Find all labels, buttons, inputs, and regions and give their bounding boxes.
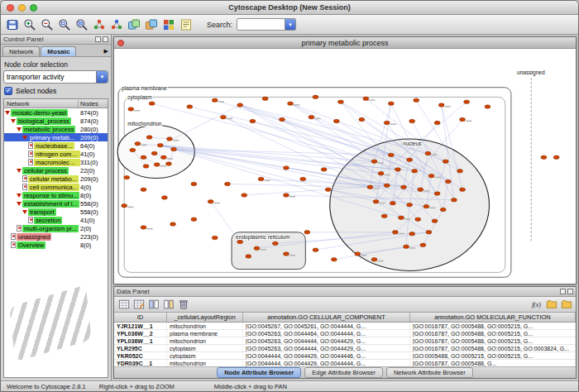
expand-arrow-icon[interactable] <box>17 194 22 198</box>
graph-node[interactable] <box>409 232 415 235</box>
graph-node[interactable] <box>187 105 193 108</box>
graph-node[interactable] <box>151 151 157 155</box>
graph-node[interactable] <box>167 137 173 141</box>
graph-node[interactable] <box>553 155 559 159</box>
graph-node[interactable] <box>378 172 384 175</box>
graph-node[interactable] <box>284 252 290 256</box>
expand-arrow-icon[interactable] <box>17 202 22 206</box>
graph-node[interactable] <box>284 166 290 170</box>
graph-node[interactable] <box>208 200 213 203</box>
close-button[interactable] <box>7 4 14 12</box>
graph-node[interactable] <box>355 252 361 256</box>
zoom-out-icon[interactable] <box>39 17 55 32</box>
graph-node[interactable] <box>367 185 373 189</box>
zoom-fit-icon[interactable] <box>74 17 89 32</box>
graph-node[interactable] <box>160 155 166 159</box>
graph-node[interactable] <box>331 258 337 261</box>
graph-node[interactable] <box>321 168 327 171</box>
graph-node[interactable] <box>337 100 343 103</box>
expand-arrow-icon[interactable] <box>22 136 27 140</box>
table-row[interactable]: YJR121W__1mitochondrion[GO:0045267, GO:0… <box>114 323 576 330</box>
show-all-icon[interactable] <box>91 17 107 32</box>
tree-row[interactable]: transport558(0) <box>4 208 108 216</box>
vizmapper-icon[interactable] <box>160 17 176 32</box>
float-panel-icon[interactable] <box>560 289 566 294</box>
graph-node[interactable] <box>128 108 134 111</box>
tab-network-attribute-browser[interactable]: Network Attribute Browser <box>386 367 473 378</box>
import-network-icon[interactable] <box>143 17 159 32</box>
graph-node[interactable] <box>284 194 290 197</box>
graph-node[interactable] <box>141 226 146 229</box>
graph-node[interactable] <box>122 203 127 207</box>
graph-node[interactable] <box>371 160 377 163</box>
select-attributes-icon[interactable] <box>117 299 130 311</box>
tree-row[interactable]: mosaic-demo-yeast874(0) <box>4 108 108 117</box>
graph-node[interactable] <box>258 177 264 180</box>
expand-arrow-icon[interactable] <box>17 127 22 131</box>
node-color-select[interactable]: transporter activity ▼ <box>3 70 108 84</box>
tree-row[interactable]: multi-organism pr...2(0) <box>4 224 108 232</box>
graph-node[interactable] <box>304 231 310 234</box>
graph-node[interactable] <box>434 121 440 124</box>
graph-node[interactable] <box>434 192 440 195</box>
graph-node[interactable] <box>445 179 451 183</box>
tree-row[interactable]: secretion41(0) <box>4 216 108 224</box>
graph-node[interactable] <box>381 214 387 218</box>
graph-node[interactable] <box>407 203 413 206</box>
graph-node[interactable] <box>246 255 251 258</box>
close-panel-icon[interactable] <box>103 36 108 42</box>
tree-row[interactable]: nitrogen compo...41(0) <box>4 150 108 158</box>
graph-node[interactable] <box>412 170 418 173</box>
tab-network[interactable]: Network <box>2 46 40 56</box>
new-attribute-icon[interactable] <box>147 299 160 311</box>
delete-attribute-icon[interactable] <box>177 299 189 311</box>
export-attributes-icon[interactable] <box>560 299 572 311</box>
graph-edge[interactable] <box>215 100 409 160</box>
tab-node-attribute-browser[interactable]: Node Attribute Browser <box>217 367 301 378</box>
graph-node[interactable] <box>225 182 231 185</box>
graph-node[interactable] <box>212 98 218 102</box>
graph-node[interactable] <box>279 117 285 121</box>
graph-node[interactable] <box>457 170 463 173</box>
graph-node[interactable] <box>212 236 218 239</box>
graph-node[interactable] <box>288 102 294 105</box>
tab-edge-attribute-browser[interactable]: Edge Attribute Browser <box>304 367 383 378</box>
graph-node[interactable] <box>420 243 426 246</box>
function-builder-icon[interactable]: f(x) <box>530 299 543 311</box>
graph-node[interactable] <box>464 100 470 103</box>
zoom-in-icon[interactable] <box>22 17 37 32</box>
graph-node[interactable] <box>428 174 434 177</box>
graph-node[interactable] <box>415 218 421 221</box>
search-input[interactable] <box>237 19 285 30</box>
tree-row[interactable]: unassigned223(0) <box>4 232 108 241</box>
data-panel-header[interactable]: Data Panel <box>114 287 576 297</box>
graph-node[interactable] <box>404 245 409 248</box>
table-row[interactable]: YDR039C__1mitochondrion[GO:0044444, GO:0… <box>114 360 576 366</box>
graph-node[interactable] <box>373 200 379 203</box>
graph-node[interactable] <box>384 184 390 187</box>
expand-arrow-icon[interactable] <box>5 111 10 115</box>
tree-row[interactable]: cell communica...4(0) <box>4 183 108 191</box>
graph-node[interactable] <box>161 196 167 199</box>
minimize-button[interactable] <box>18 4 26 12</box>
graph-node[interactable] <box>407 158 413 161</box>
tree-row[interactable]: cellular process22(0) <box>4 166 108 174</box>
save-session-icon[interactable] <box>4 17 20 32</box>
graph-node[interactable] <box>250 119 256 122</box>
match-attribute-icon[interactable] <box>162 299 175 311</box>
tab-mosaic[interactable]: Mosaic <box>41 46 76 56</box>
graph-node[interactable] <box>432 219 438 222</box>
graph-node[interactable] <box>272 241 278 245</box>
graph-node[interactable] <box>333 119 339 122</box>
zoom-selected-region-icon[interactable] <box>56 17 72 32</box>
tree-row[interactable]: primary metab...209(0) <box>4 133 108 141</box>
edit-attributes-icon[interactable] <box>132 299 145 311</box>
hide-selected-icon[interactable] <box>108 17 124 32</box>
graph-node[interactable] <box>141 188 146 191</box>
graph-node[interactable] <box>451 198 457 202</box>
chevron-down-icon[interactable]: ▼ <box>96 71 108 83</box>
search-dropdown-arrow-icon[interactable]: ▼ <box>285 19 295 30</box>
graph-node[interactable] <box>485 105 490 108</box>
graph-node[interactable] <box>438 103 444 107</box>
expand-arrow-icon[interactable] <box>22 210 27 214</box>
